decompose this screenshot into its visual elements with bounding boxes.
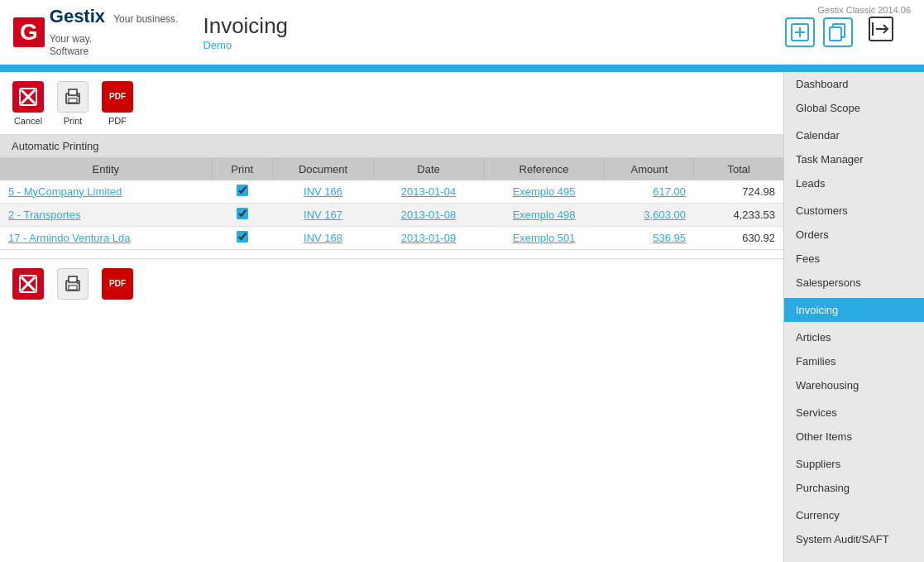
version-label: Gestix Classic 2014.06	[818, 5, 912, 15]
col-date: Date	[374, 158, 483, 180]
col-amount: Amount	[605, 158, 694, 180]
pdf-icon-bottom: PDF	[102, 268, 133, 300]
cell-amount[interactable]: 3,603.00	[605, 203, 694, 226]
section-label: Automatic Printing	[0, 135, 783, 158]
app-header: Gestix Classic 2014.06 G Gestix Your bus…	[0, 0, 924, 67]
sidebar-item-customers[interactable]: Customers	[784, 199, 924, 223]
sidebar-item-articles[interactable]: Articles	[784, 325, 924, 349]
cell-print[interactable]	[212, 203, 272, 226]
sidebar-item-currency[interactable]: Currency	[784, 503, 924, 527]
cancel-label: Cancel	[14, 116, 42, 126]
print-button-bottom[interactable]	[56, 267, 89, 300]
logout-button[interactable]	[868, 16, 894, 48]
print-label: Print	[64, 116, 83, 126]
cell-document[interactable]: INV 167	[272, 203, 374, 226]
top-toolbar: Cancel Print	[0, 72, 783, 135]
cell-total: 4,233.53	[694, 203, 783, 226]
bottom-toolbar: PDF	[0, 258, 783, 309]
svg-rect-11	[69, 89, 77, 95]
sidebar-item-orders[interactable]: Orders	[784, 223, 924, 247]
col-reference: Reference	[483, 158, 605, 180]
cell-entity[interactable]: 17 - Armindo Ventura Lda	[0, 226, 212, 249]
sidebar-item-system-audit/saft[interactable]: System Audit/SAFT	[784, 527, 924, 551]
invoices-table: Entity Print Document Date Reference Amo…	[0, 158, 783, 250]
demo-label: Demo	[203, 39, 785, 51]
logo-gestix: Gestix Your business. Your way.	[50, 7, 179, 46]
cell-total: 724.98	[694, 180, 783, 204]
cell-print[interactable]	[212, 226, 272, 249]
svg-rect-15	[69, 286, 77, 290]
cell-entity[interactable]: 2 - Transportes	[0, 203, 212, 226]
cell-date[interactable]: 2013-01-04	[374, 180, 483, 204]
print-icon-bottom	[57, 268, 89, 300]
sidebar-item-services[interactable]: Services	[784, 401, 924, 425]
cancel-button[interactable]: Cancel	[12, 80, 45, 126]
sidebar-item-calendar[interactable]: Calendar	[784, 123, 924, 147]
cell-print[interactable]	[212, 180, 272, 204]
page-title: Invoicing	[203, 13, 785, 39]
sidebar-item-salespersons[interactable]: Salespersons	[784, 271, 924, 295]
cancel-icon	[12, 81, 44, 113]
col-total: Total	[694, 158, 783, 180]
new-button[interactable]	[785, 17, 815, 47]
col-document: Document	[272, 158, 374, 180]
logo-icon: G	[13, 17, 45, 47]
col-print: Print	[212, 158, 272, 180]
table-row: 2 - Transportes INV 167 2013-01-08 Exemp…	[0, 203, 783, 226]
main-layout: Cancel Print	[0, 72, 924, 562]
logo-software: Software	[50, 46, 179, 57]
pdf-button[interactable]: PDF PDF	[101, 80, 134, 126]
sidebar-item-task-manager[interactable]: Task Manager	[784, 147, 924, 171]
sidebar: DashboardGlobal ScopeCalendarTask Manage…	[783, 72, 924, 562]
sidebar-item-invoicing[interactable]: Invoicing	[784, 298, 924, 322]
table-header-row: Entity Print Document Date Reference Amo…	[0, 158, 783, 180]
main-content: Cancel Print	[0, 72, 783, 562]
svg-rect-16	[69, 276, 77, 282]
cell-document[interactable]: INV 166	[272, 180, 374, 204]
table-row: 17 - Armindo Ventura Lda INV 168 2013-01…	[0, 226, 783, 249]
sidebar-item-admin[interactable]: Admin	[784, 555, 924, 562]
logo-text-block: Gestix Your business. Your way. Software	[50, 7, 179, 58]
pdf-label: PDF	[108, 116, 127, 126]
sidebar-item-dashboard[interactable]: Dashboard	[784, 72, 924, 96]
sidebar-item-global-scope[interactable]: Global Scope	[784, 96, 924, 120]
logo-area: G Gestix Your business. Your way. Softwa…	[13, 7, 178, 58]
cell-amount[interactable]: 617.00	[605, 180, 694, 204]
cell-amount[interactable]: 536.95	[605, 226, 694, 249]
svg-point-17	[77, 282, 79, 284]
sidebar-item-suppliers[interactable]: Suppliers	[784, 452, 924, 476]
cell-date[interactable]: 2013-01-09	[374, 226, 483, 249]
cell-document[interactable]: INV 168	[272, 226, 374, 249]
cell-total: 630.92	[694, 226, 783, 249]
title-area: Invoicing Demo	[203, 13, 785, 51]
cell-reference[interactable]: Exemplo 498	[483, 203, 605, 226]
sidebar-item-families[interactable]: Families	[784, 349, 924, 373]
sidebar-item-leads[interactable]: Leads	[784, 171, 924, 195]
cell-date[interactable]: 2013-01-08	[374, 203, 483, 226]
sidebar-item-fees[interactable]: Fees	[784, 247, 924, 271]
cell-reference[interactable]: Exemplo 501	[483, 226, 605, 249]
pdf-icon: PDF	[102, 81, 133, 113]
header-actions	[785, 16, 894, 48]
sidebar-item-purchasing[interactable]: Purchasing	[784, 476, 924, 500]
svg-point-12	[77, 95, 79, 97]
print-icon	[57, 81, 89, 113]
sidebar-item-other-items[interactable]: Other Items	[784, 425, 924, 449]
svg-rect-4	[830, 27, 841, 41]
sidebar-item-warehousing[interactable]: Warehousing	[784, 373, 924, 397]
cell-reference[interactable]: Exemplo 495	[483, 180, 605, 204]
table-row: 5 - MyCompany Limited INV 166 2013-01-04…	[0, 180, 783, 204]
copy-button[interactable]	[823, 17, 853, 47]
cancel-button-bottom[interactable]	[12, 267, 45, 300]
cancel-icon-bottom	[12, 268, 44, 300]
col-entity: Entity	[0, 158, 212, 180]
pdf-button-bottom[interactable]: PDF	[101, 267, 134, 300]
svg-rect-10	[69, 98, 77, 103]
cell-entity[interactable]: 5 - MyCompany Limited	[0, 180, 212, 204]
print-button[interactable]: Print	[56, 80, 89, 126]
